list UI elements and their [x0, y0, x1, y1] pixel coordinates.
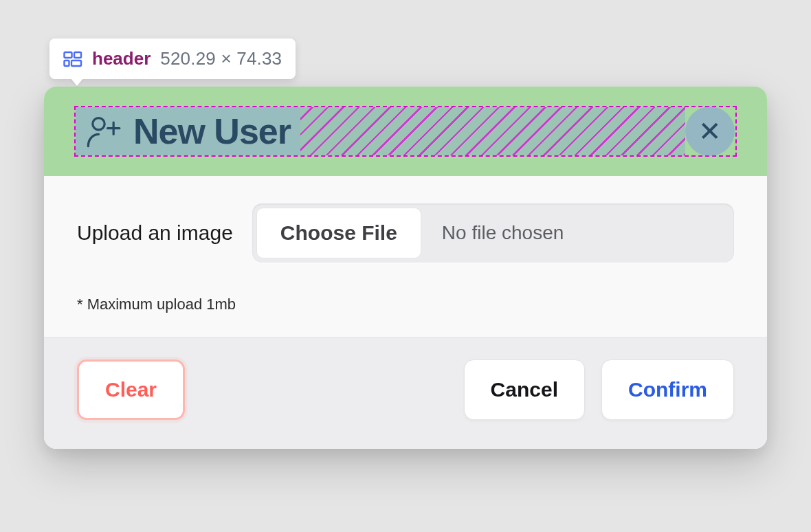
- confirm-button[interactable]: Confirm: [601, 359, 734, 420]
- inspect-element-name: header: [92, 48, 151, 69]
- choose-file-button[interactable]: Choose File: [256, 208, 421, 258]
- upload-label: Upload an image: [77, 221, 233, 245]
- modal-footer: Clear Cancel Confirm: [44, 337, 767, 449]
- new-user-modal: New User ✕ Upload an image Choose File N…: [44, 87, 767, 449]
- modal-header-margin-overlay: New User ✕: [44, 87, 767, 176]
- svg-point-4: [93, 118, 104, 130]
- flex-gap-overlay: [300, 107, 685, 155]
- header-left-group: New User: [76, 107, 300, 155]
- svg-rect-2: [65, 60, 69, 66]
- modal-body: Upload an image Choose File No file chos…: [44, 176, 767, 337]
- inspect-tooltip: header 520.29 × 74.33: [49, 38, 296, 79]
- svg-rect-1: [74, 52, 81, 58]
- add-user-icon: [85, 113, 121, 149]
- cancel-button[interactable]: Cancel: [464, 359, 585, 420]
- close-button[interactable]: ✕: [685, 107, 735, 156]
- clear-button[interactable]: Clear: [77, 359, 185, 420]
- inspect-dimensions: 520.29 × 74.33: [160, 48, 282, 69]
- modal-header: New User ✕: [74, 106, 737, 157]
- modal-title: New User: [133, 111, 291, 152]
- file-status-text: No file chosen: [421, 208, 730, 258]
- flex-layout-icon: [63, 51, 82, 67]
- file-input[interactable]: Choose File No file chosen: [252, 203, 734, 263]
- close-icon: ✕: [698, 118, 722, 145]
- upload-hint: * Maximum upload 1mb: [77, 296, 734, 313]
- upload-row: Upload an image Choose File No file chos…: [77, 203, 734, 263]
- svg-rect-0: [65, 52, 72, 58]
- svg-rect-3: [71, 60, 81, 66]
